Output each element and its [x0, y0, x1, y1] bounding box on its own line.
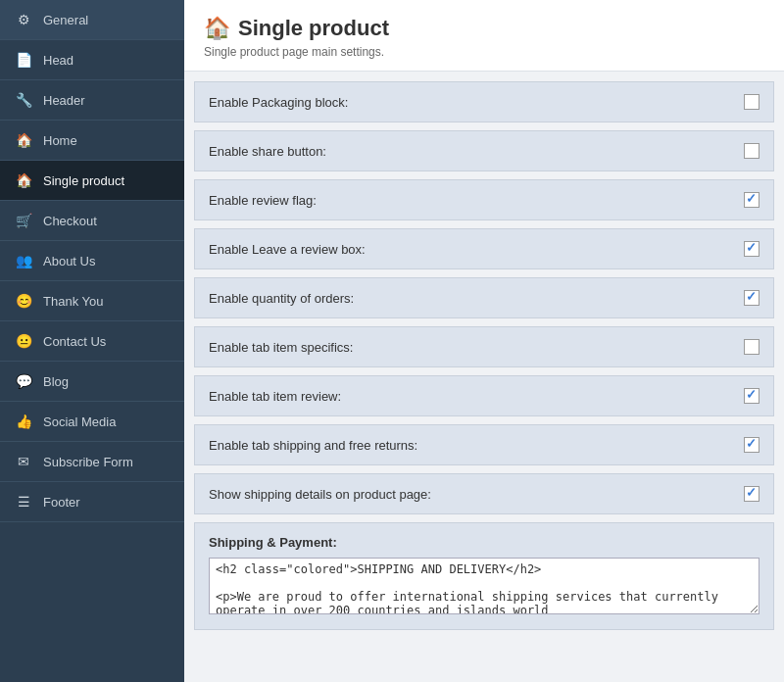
setting-checkbox-tab-review[interactable] [744, 388, 760, 404]
gear-icon: ⚙ [14, 10, 33, 29]
setting-checkbox-tab-specifics[interactable] [744, 339, 760, 355]
setting-row-tab-review: Enable tab item review: [194, 375, 774, 416]
sidebar-item-blog[interactable]: 💬 Blog [0, 362, 184, 402]
sidebar-label-thank-you: Thank You [43, 294, 103, 309]
sidebar-item-general[interactable]: ⚙ General [0, 0, 184, 40]
setting-checkbox-review-flag[interactable] [744, 192, 760, 208]
sidebar-label-contact-us: Contact Us [43, 334, 106, 349]
chat-icon: 💬 [14, 371, 33, 391]
sidebar-item-subscribe-form[interactable]: ✉ Subscribe Form [0, 442, 184, 482]
setting-label-review-flag: Enable review flag: [209, 193, 317, 208]
sidebar-label-social-media: Social Media [43, 414, 116, 429]
page-header: 🏠 Single product Single product page mai… [184, 0, 784, 72]
sidebar-label-subscribe-form: Subscribe Form [43, 455, 133, 469]
neutral-icon: 😐 [14, 331, 33, 351]
mail-icon: ✉ [14, 452, 33, 471]
setting-label-tab-review: Enable tab item review: [209, 389, 341, 404]
page-title-icon: 🏠 [204, 16, 230, 41]
sidebar-label-blog: Blog [43, 374, 69, 389]
setting-row-share: Enable share button: [194, 130, 774, 171]
sidebar-label-footer: Footer [43, 495, 80, 510]
people-icon: 👥 [14, 251, 33, 270]
setting-row-tab-shipping: Enable tab shipping and free returns: [194, 424, 774, 465]
shipping-payment-textarea[interactable] [209, 558, 760, 614]
setting-label-quantity: Enable quantity of orders: [209, 291, 354, 306]
setting-row-packaging: Enable Packaging block: [194, 81, 774, 122]
sidebar-item-about-us[interactable]: 👥 About Us [0, 241, 184, 281]
settings-container: Enable Packaging block:Enable share butt… [184, 72, 784, 648]
sidebar-item-header[interactable]: 🔧 Header [0, 80, 184, 121]
setting-label-review-box: Enable Leave a review box: [209, 242, 366, 257]
setting-label-tab-shipping: Enable tab shipping and free returns: [209, 438, 417, 453]
cart-icon: 🛒 [14, 211, 33, 230]
sidebar-item-thank-you[interactable]: 😊 Thank You [0, 281, 184, 321]
sidebar-item-checkout[interactable]: 🛒 Checkout [0, 201, 184, 241]
menu-icon: ☰ [14, 492, 33, 512]
home-icon: 🏠 [14, 130, 33, 150]
sidebar-label-head: Head [43, 53, 74, 68]
setting-row-quantity: Enable quantity of orders: [194, 277, 774, 318]
sidebar-label-header: Header [43, 93, 85, 108]
sidebar-label-about-us: About Us [43, 254, 95, 268]
smile-icon: 😊 [14, 291, 33, 311]
sidebar-label-checkout: Checkout [43, 214, 97, 228]
sidebar-label-single-product: Single product [43, 173, 124, 188]
wrench-icon: 🔧 [14, 90, 33, 110]
setting-row-tab-specifics: Enable tab item specifics: [194, 326, 774, 367]
setting-row-review-box: Enable Leave a review box: [194, 228, 774, 269]
setting-checkbox-review-box[interactable] [744, 241, 760, 257]
setting-row-show-shipping: Show shipping details on product page: [194, 473, 774, 514]
setting-checkbox-show-shipping[interactable] [744, 486, 760, 502]
sidebar: ⚙ General 📄 Head 🔧 Header 🏠 Home 🏠 Singl… [0, 0, 184, 682]
setting-checkbox-share[interactable] [744, 143, 760, 159]
setting-label-packaging: Enable Packaging block: [209, 95, 348, 110]
textarea-wrapper [209, 558, 760, 617]
sidebar-item-contact-us[interactable]: 😐 Contact Us [0, 321, 184, 362]
sidebar-item-social-media[interactable]: 👍 Social Media [0, 402, 184, 442]
main-content: 🏠 Single product Single product page mai… [184, 0, 784, 682]
shipping-payment-label: Shipping & Payment: [209, 535, 760, 550]
shipping-payment-section: Shipping & Payment: [194, 522, 774, 630]
product-home-icon: 🏠 [14, 170, 33, 190]
sidebar-label-home: Home [43, 133, 77, 148]
thumbup-icon: 👍 [14, 412, 33, 431]
sidebar-item-single-product[interactable]: 🏠 Single product [0, 161, 184, 201]
sidebar-item-footer[interactable]: ☰ Footer [0, 482, 184, 522]
sidebar-item-home[interactable]: 🏠 Home [0, 121, 184, 161]
setting-checkbox-tab-shipping[interactable] [744, 437, 760, 453]
setting-checkbox-quantity[interactable] [744, 290, 760, 306]
page-title: 🏠 Single product [204, 16, 764, 41]
page-subtitle: Single product page main settings. [204, 45, 764, 59]
sidebar-item-head[interactable]: 📄 Head [0, 40, 184, 80]
setting-label-tab-specifics: Enable tab item specifics: [209, 340, 353, 355]
setting-label-show-shipping: Show shipping details on product page: [209, 487, 431, 502]
sidebar-label-general: General [43, 13, 88, 27]
setting-row-review-flag: Enable review flag: [194, 179, 774, 220]
setting-checkbox-packaging[interactable] [744, 94, 760, 110]
setting-label-share: Enable share button: [209, 144, 326, 159]
document-icon: 📄 [14, 50, 33, 70]
